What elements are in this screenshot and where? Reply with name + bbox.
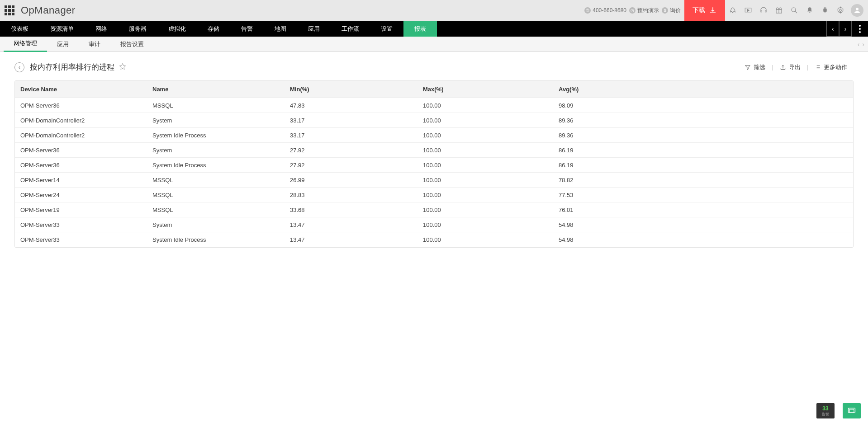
cell-min: 33.68 bbox=[290, 207, 423, 213]
nav-next[interactable]: › bbox=[839, 21, 852, 37]
table-row[interactable]: OPM-Server19MSSQL33.68100.0076.01 bbox=[15, 202, 853, 217]
main-nav-item[interactable]: 应用 bbox=[297, 21, 331, 37]
main-nav-item[interactable]: 网络 bbox=[85, 21, 118, 37]
phone-icon: ✆ bbox=[584, 7, 591, 14]
dollar-icon: $ bbox=[662, 7, 668, 14]
cell-avg: 77.53 bbox=[559, 192, 853, 198]
apps-grid-icon[interactable] bbox=[5, 5, 14, 15]
contact-group: ✆ 400-660-8680 ◷ 预约演示 $ 询价 bbox=[584, 7, 681, 14]
table-row[interactable]: OPM-Server33System Idle Process13.47100.… bbox=[15, 232, 853, 247]
phone-contact[interactable]: ✆ 400-660-8680 bbox=[584, 7, 626, 14]
cell-max: 100.00 bbox=[423, 177, 559, 183]
cell-max: 100.00 bbox=[423, 132, 559, 139]
cell-name: System bbox=[152, 147, 290, 154]
cell-device: OPM-DomainController2 bbox=[15, 117, 152, 124]
nav-arrows: ‹ › bbox=[826, 21, 852, 37]
cell-name: System Idle Process bbox=[152, 132, 290, 139]
demo-link[interactable]: ◷ 预约演示 bbox=[629, 7, 659, 14]
main-nav-item[interactable]: 报表 bbox=[403, 21, 437, 37]
cell-max: 100.00 bbox=[423, 207, 559, 213]
sub-nav-item[interactable]: 网络管理 bbox=[4, 37, 47, 52]
presentation-icon[interactable] bbox=[740, 0, 756, 21]
col-header-min[interactable]: Min(%) bbox=[290, 86, 423, 93]
table-row[interactable]: OPM-Server33System13.47100.0054.98 bbox=[15, 217, 853, 232]
gear-icon[interactable] bbox=[833, 0, 848, 21]
cell-max: 100.00 bbox=[423, 236, 559, 243]
top-header: OpManager ✆ 400-660-8680 ◷ 预约演示 $ 询价 下载 bbox=[0, 0, 868, 21]
user-avatar[interactable] bbox=[851, 4, 863, 17]
cell-device: OPM-Server33 bbox=[15, 236, 152, 243]
cell-avg: 78.82 bbox=[559, 177, 853, 183]
filter-icon bbox=[745, 64, 751, 70]
nav-menu-icon[interactable] bbox=[852, 21, 868, 37]
col-header-name[interactable]: Name bbox=[152, 86, 290, 93]
col-header-avg[interactable]: Avg(%) bbox=[559, 86, 853, 93]
search-icon[interactable] bbox=[787, 0, 802, 21]
sub-nav-item[interactable]: 审计 bbox=[79, 37, 110, 52]
download-label: 下载 bbox=[693, 6, 705, 14]
main-nav-item[interactable]: 服务器 bbox=[118, 21, 157, 37]
demo-label: 预约演示 bbox=[637, 7, 659, 14]
cell-device: OPM-Server14 bbox=[15, 177, 152, 183]
price-link[interactable]: $ 询价 bbox=[662, 7, 681, 14]
main-nav-item[interactable]: 设置 bbox=[370, 21, 403, 37]
more-action[interactable]: 更多动作 bbox=[808, 63, 854, 71]
col-header-max[interactable]: Max(%) bbox=[423, 86, 559, 93]
cell-min: 26.99 bbox=[290, 177, 423, 183]
table-row[interactable]: OPM-DomainController2System33.17100.0089… bbox=[15, 113, 853, 128]
main-nav-item[interactable]: 地图 bbox=[264, 21, 297, 37]
cell-device: OPM-Server33 bbox=[15, 221, 152, 228]
svg-point-2 bbox=[792, 8, 796, 12]
sub-nav-item[interactable]: 应用 bbox=[47, 37, 79, 52]
main-nav-item[interactable]: 存储 bbox=[197, 21, 230, 37]
table-row[interactable]: OPM-Server14MSSQL26.99100.0078.82 bbox=[15, 173, 853, 188]
header-right: ✆ 400-660-8680 ◷ 预约演示 $ 询价 下载 bbox=[584, 0, 863, 21]
table-row[interactable]: OPM-Server36System27.92100.0086.19 bbox=[15, 143, 853, 158]
sub-nav-next[interactable]: › bbox=[862, 41, 864, 48]
main-nav-item[interactable]: 工作流 bbox=[331, 21, 370, 37]
table-row[interactable]: OPM-DomainController2System Idle Process… bbox=[15, 128, 853, 143]
main-nav-item[interactable]: 虚拟化 bbox=[157, 21, 197, 37]
back-button[interactable]: ‹ bbox=[14, 62, 24, 72]
nav-prev[interactable]: ‹ bbox=[826, 21, 839, 37]
main-nav-item[interactable]: 仪表板 bbox=[0, 21, 39, 37]
export-label: 导出 bbox=[789, 63, 801, 71]
toolbar-icons bbox=[725, 0, 863, 21]
price-label: 询价 bbox=[670, 7, 681, 14]
rocket-icon[interactable] bbox=[725, 0, 740, 21]
table-row[interactable]: OPM-Server36MSSQL47.83100.0098.09 bbox=[15, 98, 853, 113]
cell-max: 100.00 bbox=[423, 147, 559, 154]
cell-name: MSSQL bbox=[152, 102, 290, 109]
cell-min: 28.83 bbox=[290, 192, 423, 198]
table-row[interactable]: OPM-Server36System Idle Process27.92100.… bbox=[15, 158, 853, 173]
cell-max: 100.00 bbox=[423, 117, 559, 124]
favorite-star-icon[interactable] bbox=[119, 63, 126, 71]
plug-icon[interactable] bbox=[817, 0, 833, 21]
col-header-device[interactable]: Device Name bbox=[15, 86, 152, 93]
table-row[interactable]: OPM-Server24MSSQL28.83100.0077.53 bbox=[15, 188, 853, 202]
filter-label: 筛选 bbox=[754, 63, 765, 71]
export-action[interactable]: 导出 bbox=[773, 63, 807, 71]
gift-icon[interactable] bbox=[771, 0, 787, 21]
export-icon bbox=[780, 64, 786, 70]
main-nav-item[interactable]: 资源清单 bbox=[39, 21, 85, 37]
sub-nav-prev[interactable]: ‹ bbox=[858, 41, 860, 48]
headset-icon[interactable] bbox=[756, 0, 771, 21]
page-titlebar: ‹ 按内存利用率排行的进程 筛选 | 导出 | 更多动作 bbox=[0, 52, 868, 80]
cell-device: OPM-DomainController2 bbox=[15, 132, 152, 139]
cell-device: OPM-Server19 bbox=[15, 207, 152, 213]
filter-action[interactable]: 筛选 bbox=[738, 63, 772, 71]
download-button[interactable]: 下载 bbox=[684, 0, 725, 21]
cell-device: OPM-Server36 bbox=[15, 147, 152, 154]
bell-icon[interactable] bbox=[802, 0, 817, 21]
svg-point-3 bbox=[840, 9, 842, 12]
sub-nav-item[interactable]: 报告设置 bbox=[110, 37, 154, 52]
sub-nav: 网络管理应用审计报告设置 ‹ › bbox=[0, 37, 868, 52]
cell-avg: 98.09 bbox=[559, 102, 853, 109]
cell-device: OPM-Server24 bbox=[15, 192, 152, 198]
main-nav-item[interactable]: 告警 bbox=[230, 21, 264, 37]
cell-avg: 86.19 bbox=[559, 147, 853, 154]
phone-number: 400-660-8680 bbox=[593, 7, 626, 14]
cell-avg: 89.36 bbox=[559, 117, 853, 124]
cell-min: 27.92 bbox=[290, 147, 423, 154]
